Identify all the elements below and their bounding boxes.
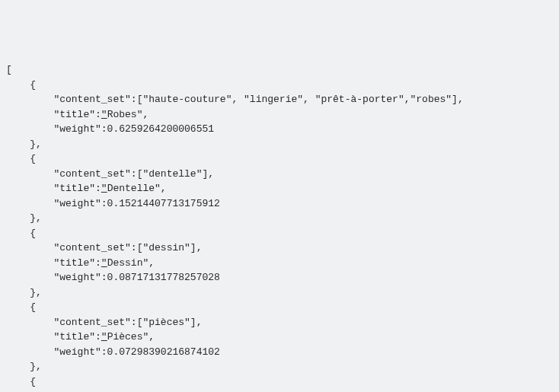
json-code-block: [ { "content_set":["haute-couture", "lin… bbox=[6, 62, 553, 392]
